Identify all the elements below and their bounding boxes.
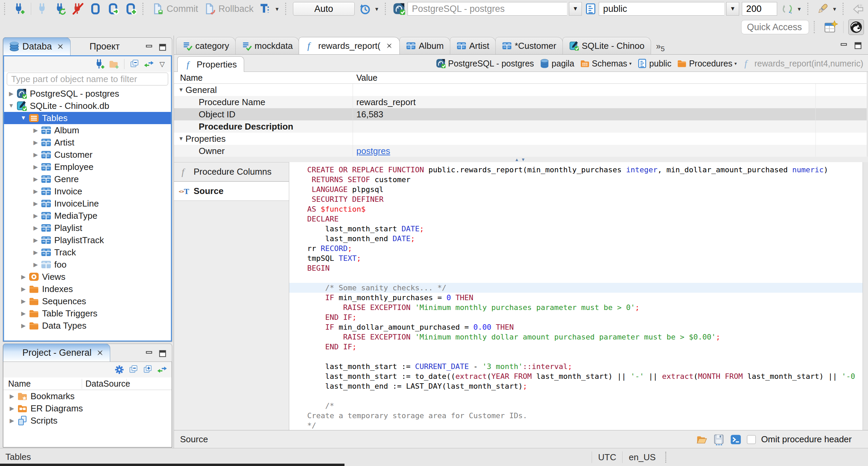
tree-collapsed-arrow[interactable]: ▶ [7,405,17,412]
reconnect-button[interactable] [53,2,68,16]
settings-gear-button[interactable] [114,364,125,375]
tab-overflow-button[interactable]: »5 [654,41,667,54]
property-row-owner[interactable]: Ownerpostgres [174,145,867,157]
status-locale[interactable]: en_US [623,452,662,463]
code-line[interactable]: tmpSQL TEXT; [289,253,863,263]
disconnect-button[interactable] [71,2,85,16]
group-expanded-arrow[interactable]: ▼ [177,136,185,142]
tree-collapsed-arrow[interactable]: ▶ [18,322,28,329]
code-line[interactable]: */ [289,421,863,430]
tree-item-mediatype[interactable]: ▶MediaType [4,210,171,222]
breadcrumb-item-rewards-report-int4-numeric[interactable]: frewards_report(int4,numeric) [741,58,865,69]
connect-button[interactable] [35,2,50,16]
property-value-cell[interactable] [353,120,816,133]
maximize-button[interactable] [158,349,168,359]
code-line[interactable]: rr RECORD; [289,244,863,253]
tree-item-foo[interactable]: ▶foo [4,258,171,271]
project-item-scripts[interactable]: ▶Scripts [3,414,172,427]
code-line[interactable]: END IF; [289,312,863,322]
new-sql-editor-button[interactable] [123,2,138,16]
object-filter-input[interactable] [7,73,168,85]
property-row-properties[interactable]: ▼Properties [174,133,867,145]
tree-item-track[interactable]: ▶Track [4,246,171,258]
schema-combo-value[interactable]: public [599,2,724,16]
status-grip-handle[interactable] [665,452,668,463]
open-sql-console-button[interactable] [730,434,742,445]
tree-item-playlisttrack[interactable]: ▶PlaylistTrack [4,234,171,246]
breadcrumb-item-public[interactable]: public [636,58,673,69]
rollback-button[interactable]: Rollback [202,2,255,16]
tree-collapsed-arrow[interactable]: ▶ [18,310,28,317]
dbeaver-perspective-button[interactable] [848,19,864,35]
toolbar-drag-handle[interactable] [814,21,818,33]
toolbar-drag-handle[interactable] [385,3,389,15]
sql-editor-button[interactable] [88,2,103,16]
code-line[interactable] [289,273,863,283]
tree-expanded-arrow[interactable]: ▼ [6,102,16,109]
toolbar-drag-handle[interactable] [4,3,8,15]
tab-properties[interactable]: f Properties [177,56,244,73]
quick-access-input[interactable] [741,20,809,34]
connection-combo-value[interactable]: PostgreSQL - postgres [408,2,567,16]
tree-item-sqlite-chinook-db[interactable]: ▼SQLite - Chinook.db [4,100,171,112]
close-icon[interactable] [385,42,393,50]
group-expanded-arrow[interactable]: ▼ [177,87,185,93]
maximize-button[interactable] [853,41,863,51]
code-line[interactable]: RETURNS SETOF customer [289,175,863,185]
code-line[interactable] [289,352,863,362]
commit-button[interactable]: Commit [150,2,199,16]
tree-item-album[interactable]: ▶Album [4,124,171,136]
property-value-cell[interactable]: postgres [353,145,816,157]
collapse-all-button[interactable] [129,59,140,70]
code-line[interactable]: CREATE OR REPLACE FUNCTION public.reward… [289,165,863,175]
tab-project-general[interactable]: Project - General [3,344,110,362]
tree-item-artist[interactable]: ▶Artist [4,136,171,149]
tree-collapsed-arrow[interactable]: ▶ [18,286,28,293]
sql-generator-button[interactable]: ▼ [815,2,839,16]
collapse-all-button[interactable] [128,364,139,375]
code-line[interactable] [289,391,863,401]
tree-item-genre[interactable]: ▶Genre [4,173,171,185]
connection-combo[interactable]: PostgreSQL - postgres ▼ [393,2,582,16]
property-row-general[interactable]: ▼General [174,84,867,96]
fetch-size-input[interactable] [742,2,777,16]
status-timezone[interactable]: UTC [592,452,622,463]
editor-tab-artist[interactable]: Artist [450,37,496,54]
breadcrumb-item-pagila[interactable]: pagila [538,58,576,69]
breadcrumb-item-procedures[interactable]: Procedures▾ [675,58,738,69]
code-line[interactable]: IF min_monthly_purchases = 0 THEN [289,293,863,303]
code-line[interactable]: RAISE EXCEPTION 'Minimum monthly dollar … [289,332,863,342]
code-line[interactable]: last_month_start DATE; [289,224,863,234]
combo-dropdown-icon[interactable]: ▼ [726,2,739,16]
subtab-source[interactable]: <>TSource [174,181,289,201]
project-item-bookmarks[interactable]: ▶Bookmarks [3,390,172,402]
tree-item-data-types[interactable]: ▶Data Types [4,319,171,332]
schema-combo[interactable]: public ▼ [585,2,739,16]
tree-collapsed-arrow[interactable]: ▶ [18,298,28,305]
toolbar-drag-handle[interactable] [285,3,289,15]
code-line[interactable]: BEGIN [289,263,863,273]
tree-item-postgresql-postgres[interactable]: ▶PostgreSQL - postgres [4,88,171,100]
code-line[interactable]: LANGUAGE plpgsql [289,185,863,194]
open-perspective-button[interactable] [823,19,839,35]
code-line[interactable]: last_month_end DATE; [289,234,863,244]
tree-collapsed-arrow[interactable]: ▶ [31,237,41,244]
column-header-datasource[interactable]: DataSource [82,379,127,389]
tree-collapsed-arrow[interactable]: ▶ [18,273,28,280]
new-connection-small-button[interactable] [94,59,105,70]
code-line[interactable]: Create a temporary storage area for Cust… [289,411,863,421]
editor-tab-rewards-report[interactable]: frewards_report( [299,37,400,54]
tree-collapsed-arrow[interactable]: ▶ [31,139,41,146]
tree-collapsed-arrow[interactable]: ▶ [31,127,41,134]
combo-dropdown-icon[interactable]: ▼ [569,2,582,16]
breadcrumb-item-schemas[interactable]: Schemas▾ [578,58,633,69]
tree-collapsed-arrow[interactable]: ▶ [31,188,41,195]
link-with-editor-button[interactable] [157,364,167,375]
tree-collapsed-arrow[interactable]: ▶ [31,212,41,219]
tree-collapsed-arrow[interactable]: ▶ [31,261,41,268]
tree-item-indexes[interactable]: ▶Indexes [4,283,171,295]
property-row-procedure-name[interactable]: Procedure Namerewards_report [174,96,867,108]
tree-expanded-arrow[interactable]: ▼ [18,115,28,121]
tree-item-employee[interactable]: ▶Employee [4,161,171,173]
tree-item-tables[interactable]: ▼Tables [4,112,171,124]
